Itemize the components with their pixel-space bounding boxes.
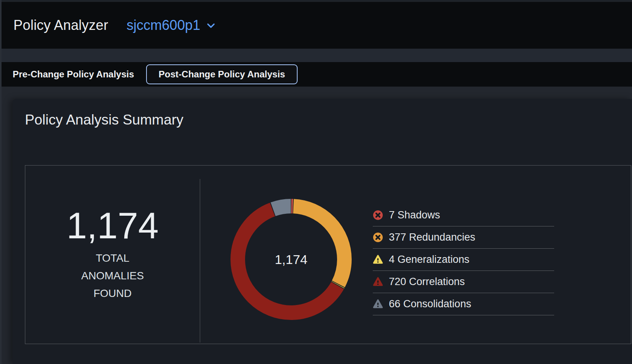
triangle-exclamation-icon	[373, 254, 383, 265]
legend: 7 Shadows377 Redundancies4 Generalizatio…	[373, 204, 554, 315]
triangle-exclamation-icon	[373, 299, 383, 309]
tab-pre-change-policy-analysis[interactable]: Pre-Change Policy Analysis	[13, 69, 134, 80]
circle-x-icon	[373, 210, 383, 220]
legend-label: 66 Consolidations	[389, 298, 471, 310]
header-tab-gap-strip	[0, 49, 632, 62]
panel-divider	[200, 179, 200, 343]
legend-label: 4 Generalizations	[389, 254, 469, 266]
circle-x-icon	[373, 232, 383, 243]
triangle-exclamation-icon	[373, 277, 383, 287]
window-left-edge	[0, 0, 2, 364]
window-top-edge	[0, 0, 632, 2]
legend-row: 720 Correlations	[373, 271, 554, 293]
legend-label: 377 Redundancies	[389, 231, 475, 243]
legend-label: 7 Shadows	[389, 209, 440, 221]
legend-row: 4 Generalizations	[373, 249, 554, 271]
legend-row: 7 Shadows	[373, 204, 554, 226]
page-header: Policy Analyzer sjccm600p1	[0, 2, 632, 49]
chevron-down-icon	[207, 23, 215, 30]
legend-row: 66 Consolidations	[373, 293, 554, 315]
total-anomalies-count: 1,174	[66, 207, 158, 244]
legend-label: 720 Correlations	[389, 276, 465, 288]
device-name[interactable]: sjccm600p1	[127, 17, 200, 33]
tab-post-change-policy-analysis[interactable]: Post-Change Policy Analysis	[146, 64, 298, 84]
device-selector[interactable]: sjccm600p1	[127, 17, 215, 33]
anomalies-panel: 1,174 TOTAL ANOMALIES FOUND 1,174 7 Shad…	[25, 165, 631, 344]
legend-row: 377 Redundancies	[373, 226, 554, 249]
tab-bar: Pre-Change Policy Analysis Post-Change P…	[0, 62, 632, 87]
total-anomalies-caption: TOTAL ANOMALIES FOUND	[74, 249, 151, 302]
donut-chart	[228, 196, 354, 323]
totals-column: 1,174 TOTAL ANOMALIES FOUND	[25, 166, 200, 344]
summary-title: Policy Analysis Summary	[25, 112, 183, 128]
app-title: Policy Analyzer	[13, 17, 108, 33]
summary-card: Policy Analysis Summary 1,174 TOTAL ANOM…	[13, 99, 632, 364]
